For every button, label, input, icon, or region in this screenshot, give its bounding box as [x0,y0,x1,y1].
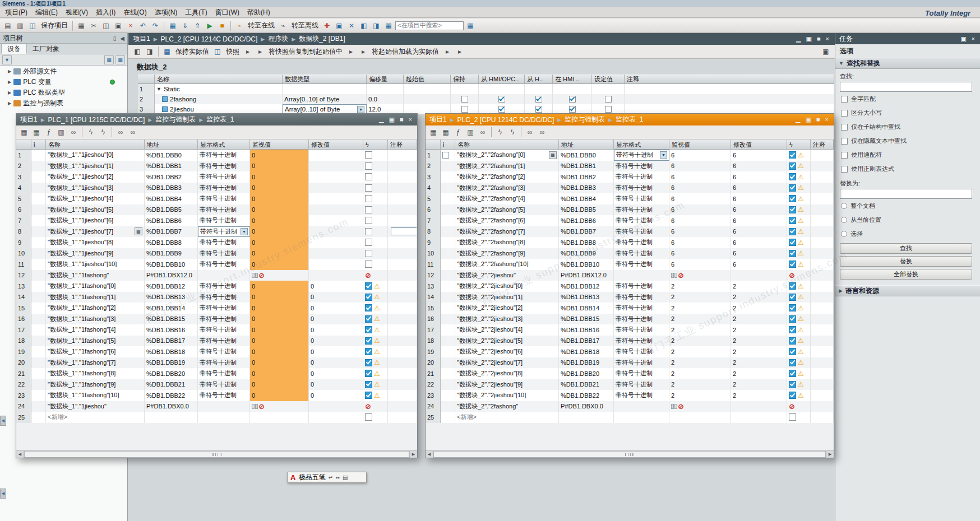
monitor-all-icon[interactable]: ∞ [477,127,488,138]
address-cell[interactable]: P#DB1.DBX12.0 [559,270,614,281]
address-cell[interactable]: %DB1.DBB2 [145,171,198,183]
menu-item[interactable]: 帮助(H) [243,8,274,17]
column-header[interactable]: 监视值 [669,139,731,150]
comment-cell[interactable] [388,401,417,412]
arrow-icon[interactable]: ▸ [242,46,253,57]
comment-cell[interactable] [811,171,834,183]
comment-cell[interactable] [811,259,834,270]
modify-checkbox[interactable] [365,151,372,159]
modify-checkbox[interactable] [789,195,796,202]
format-icon[interactable]: ▥ [465,127,476,138]
expand-arrow-icon[interactable]: ▶ [8,90,11,95]
data-type-cell[interactable]: Array[0..10] of Byte [283,94,367,104]
column-header[interactable]: 地址 [559,139,614,150]
comment-cell[interactable] [388,226,417,238]
display-format-cell[interactable]: 带符号十进制 [198,303,250,314]
breadcrumb-item[interactable]: PLC_2 [CPU 1214C DC/DC/DC] [457,116,554,124]
modify-checkbox[interactable] [789,326,796,333]
comment-cell[interactable] [811,346,834,357]
modify-checkbox[interactable] [365,260,372,268]
column-header[interactable]: 地址 [145,139,198,150]
restore-icon[interactable]: ▣ [389,117,395,123]
modify-value-cell[interactable]: 2 [731,292,787,303]
display-format-cell[interactable]: 带符号十进制 [198,215,250,226]
arrow-icon[interactable]: ▸ [358,46,369,57]
maximize-icon[interactable]: ■ [817,36,821,42]
comment-cell[interactable] [811,314,834,325]
column-header[interactable]: ϟ [787,139,811,150]
column-header[interactable] [426,139,441,150]
open-selector-icon[interactable]: ▦ [549,151,557,159]
modify-value-cell[interactable]: 6 [731,237,787,248]
address-cell[interactable]: %DB1.DBB0 [559,150,614,161]
modify-value-cell[interactable] [309,215,363,226]
comment-cell[interactable] [388,171,417,183]
modify-checkbox[interactable] [789,239,796,246]
dropdown-icon[interactable]: ▼ [660,151,667,159]
name-cell[interactable]: "数据块_2"."2fashong" [455,401,559,412]
comment-cell[interactable] [388,346,417,357]
option-radio[interactable] [841,231,847,237]
display-format-cell[interactable]: 带符号十进制 [614,314,669,325]
print-icon[interactable]: ▦ [76,20,87,31]
comment-cell[interactable] [811,237,834,248]
address-cell[interactable]: %DB1.DBB10 [559,259,614,270]
comment-cell[interactable] [811,248,834,259]
display-format-cell[interactable]: 带符号十进制 [614,226,669,238]
modify-value-cell[interactable] [309,226,363,238]
expand-arrow-icon[interactable]: ▶ [8,69,11,74]
modify-value-cell[interactable]: 2 [731,346,787,357]
option-checkbox[interactable] [841,138,848,145]
start-value-cell[interactable] [404,94,451,104]
comment-cell[interactable] [811,336,834,347]
modify-checkbox[interactable] [365,206,372,213]
modify-value-cell[interactable]: 0 [309,368,363,379]
attribute-checkbox[interactable] [569,106,576,113]
go-online-button[interactable]: 转至在线 [246,21,276,30]
comment-cell[interactable] [388,215,417,226]
name-cell[interactable]: ▼Static [155,84,283,94]
address-cell[interactable]: %DB1.DBB8 [145,237,198,248]
address-cell[interactable]: %DB1.DBB1 [145,161,198,172]
menu-item[interactable]: 窗口(W) [211,8,243,17]
comment-cell[interactable] [811,379,834,390]
modify-checkbox[interactable] [365,228,372,235]
comment-cell[interactable] [388,270,417,281]
modify-checkbox[interactable] [365,359,372,366]
data-type-cell[interactable] [283,84,367,94]
modify-value-cell[interactable]: 6 [731,161,787,172]
modify-checkbox[interactable] [789,304,796,311]
modify-value-cell[interactable]: 0 [309,379,363,390]
go-online-icon[interactable]: ⌁ [234,20,245,31]
delete-icon[interactable]: × [125,20,136,31]
tab-devices[interactable]: 设备 [1,44,27,54]
scrollbar-thumb[interactable] [433,451,826,458]
breadcrumb-item[interactable]: 项目1 [133,34,150,44]
comment-cell[interactable] [388,204,417,216]
address-cell[interactable]: %DB1.DBB1 [559,161,614,172]
address-cell[interactable]: %DB1.DBB13 [145,292,198,303]
display-format-cell[interactable]: 带符号十进制 [198,324,250,336]
format-icon[interactable]: ▥ [56,127,67,138]
modify-value-cell[interactable] [731,401,787,412]
name-cell[interactable]: "数据块_1"."1jieshou" [46,401,145,412]
address-cell[interactable]: %DB1.DBB9 [559,248,614,259]
display-format-cell[interactable]: 带符号十进制 [198,336,250,347]
modify-checkbox[interactable] [789,381,796,388]
option-radio[interactable] [841,217,847,223]
name-cell[interactable]: "数据块_1"."1jieshou"[7]▦ [46,226,145,238]
languages-resources-section-header[interactable]: ▶ 语言和资源 [835,285,980,296]
sidebar-item-1[interactable]: ▶PLC 变量 [0,77,127,87]
comment-cell[interactable] [811,412,834,423]
restore-icon[interactable]: ▣ [806,36,812,42]
snapshot-icon[interactable]: ◫ [212,46,223,57]
display-format-cell[interactable]: 带符号十进制 [198,171,250,183]
address-cell[interactable]: %DB1.DBB18 [559,346,614,357]
comment-cell[interactable] [811,401,834,412]
horizontal-scrollbar[interactable]: ◀ ▶ [16,450,417,458]
modify-value-cell[interactable]: 0 [309,346,363,357]
column-header[interactable]: 偏移量 [367,75,404,84]
name-cell[interactable]: "数据块_1"."1fashong"[10] [46,390,145,401]
modify-checkbox[interactable] [365,173,372,180]
name-cell[interactable]: "数据块_2"."2jieshou" [455,270,559,281]
